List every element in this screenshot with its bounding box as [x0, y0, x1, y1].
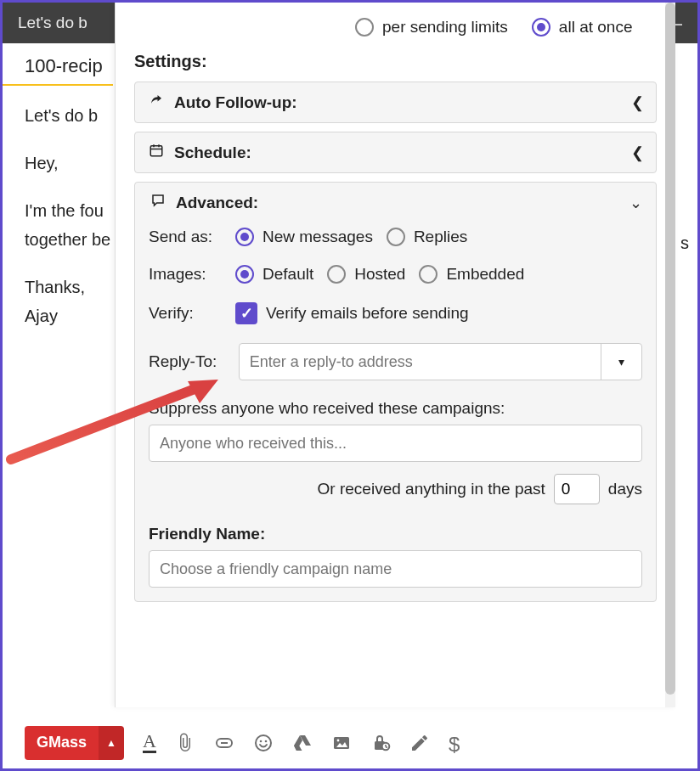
accordion-label: Schedule: [174, 144, 251, 162]
compose-title: Let's do b [18, 14, 88, 32]
checkbox-checked-icon: ✓ [235, 302, 257, 324]
sending-mode-options: per sending limits all at once [134, 14, 657, 43]
option-label: Default [262, 265, 313, 284]
images-default[interactable]: Default [235, 265, 313, 284]
days-input[interactable] [554, 474, 600, 504]
send-as-new-messages[interactable]: New messages [235, 228, 373, 246]
comment-icon [149, 193, 167, 212]
option-label: Replies [414, 228, 467, 246]
radio-icon [532, 18, 550, 37]
option-label: Embedded [446, 265, 524, 284]
svg-line-17 [386, 746, 387, 747]
schedule-accordion[interactable]: Schedule: ❮ [134, 132, 657, 173]
all-at-once-option[interactable]: all at once [532, 18, 633, 37]
gmass-dropdown-button[interactable]: ▲ [99, 726, 124, 760]
send-as-replies[interactable]: Replies [387, 228, 467, 246]
image-icon[interactable] [331, 733, 352, 753]
suppress-label: Suppress anyone who received these campa… [149, 399, 642, 418]
advanced-accordion: Advanced: ⌄ Send as: New messages Replie… [134, 182, 657, 602]
overflow-char: s [680, 234, 689, 253]
radio-icon [387, 228, 405, 246]
send-as-row: Send as: New messages Replies [149, 228, 642, 246]
friendly-name-label: Friendly Name: [149, 525, 642, 543]
images-row: Images: Default Hosted Embedded [149, 265, 642, 284]
pen-icon[interactable] [409, 733, 430, 753]
link-icon[interactable] [214, 733, 234, 753]
chevron-down-icon: ▾ [618, 355, 624, 369]
attachment-icon[interactable] [175, 733, 195, 753]
radio-icon [235, 228, 254, 246]
verify-checkbox-option[interactable]: ✓ Verify emails before sending [235, 302, 469, 324]
advanced-header[interactable]: Advanced: ⌄ [149, 193, 642, 212]
row-label: Reply-To: [149, 352, 220, 371]
radio-icon [327, 265, 346, 284]
reply-to-input[interactable] [240, 344, 601, 380]
share-arrow-icon [147, 93, 166, 112]
option-label: all at once [559, 18, 633, 37]
chevron-left-icon: ❮ [631, 93, 644, 112]
accordion-label: Advanced: [176, 194, 258, 212]
days-prefix: Or received anything in the past [318, 480, 545, 498]
calendar-icon [147, 143, 166, 162]
option-label: Hosted [354, 265, 405, 284]
per-sending-limits-option[interactable]: per sending limits [355, 18, 508, 37]
days-line: Or received anything in the past days [149, 474, 642, 504]
gmass-label: GMass [25, 726, 99, 760]
settings-heading: Settings: [134, 52, 657, 71]
reply-to-row: Reply-To: ▾ [149, 343, 642, 380]
option-label: Verify emails before sending [266, 304, 469, 323]
days-suffix: days [608, 480, 642, 498]
svg-point-13 [337, 739, 340, 741]
option-label: per sending limits [382, 18, 508, 37]
compose-toolbar: GMass ▲ A $ [3, 716, 697, 768]
gmass-button[interactable]: GMass ▲ [25, 726, 124, 760]
accordion-label: Auto Follow-up: [174, 93, 297, 112]
scrollbar[interactable] [665, 3, 675, 707]
svg-point-7 [265, 740, 268, 742]
format-text-icon[interactable]: A [143, 732, 156, 753]
subject-bar[interactable]: 100-recip [3, 43, 113, 86]
svg-rect-0 [150, 146, 162, 156]
row-label: Send as: [149, 228, 222, 246]
emoji-icon[interactable] [253, 733, 274, 753]
radio-icon [419, 265, 438, 284]
option-label: New messages [262, 228, 373, 246]
dollar-icon[interactable]: $ [449, 733, 460, 753]
reply-to-dropdown-button[interactable]: ▾ [601, 344, 641, 380]
drive-icon[interactable] [292, 733, 313, 753]
scrollbar-thumb[interactable] [665, 3, 675, 695]
auto-followup-accordion[interactable]: Auto Follow-up: ❮ [134, 82, 657, 123]
radio-icon [235, 265, 254, 284]
images-hosted[interactable]: Hosted [327, 265, 405, 284]
chevron-left-icon: ❮ [631, 144, 644, 162]
suppress-campaigns-input[interactable] [149, 425, 642, 462]
settings-panel: per sending limits all at once Settings:… [115, 3, 675, 707]
chevron-down-icon: ⌄ [629, 194, 642, 212]
reply-to-combobox[interactable]: ▾ [239, 343, 642, 380]
verify-row: Verify: ✓ Verify emails before sending [149, 302, 642, 324]
friendly-name-input[interactable] [149, 550, 642, 588]
radio-icon [355, 18, 374, 37]
confidential-icon[interactable] [370, 733, 391, 753]
svg-point-5 [256, 735, 271, 751]
row-label: Verify: [149, 304, 222, 323]
images-embedded[interactable]: Embedded [419, 265, 524, 284]
triangle-up-icon: ▲ [106, 737, 116, 749]
svg-point-6 [260, 740, 262, 742]
row-label: Images: [149, 265, 222, 284]
